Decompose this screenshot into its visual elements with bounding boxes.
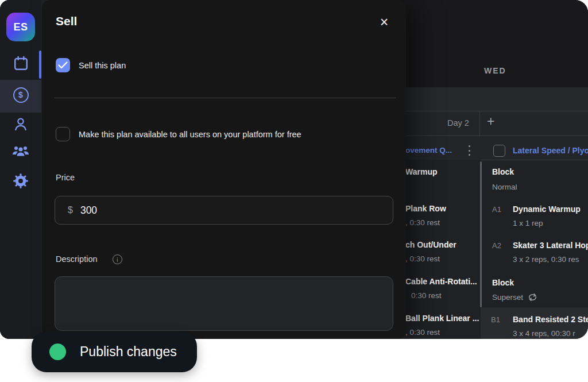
exercise-detail: 0:30 rest [411,291,477,300]
exercise-tag: B1 [491,315,500,324]
block-label: Warmup [405,167,437,176]
weekday-label: WED [484,66,506,75]
exercise-detail: , 0:30 rest [405,328,479,337]
block-type: Superset [492,293,537,302]
exercise-name: Band Resisted 2 Step [513,315,588,324]
workout-checkbox[interactable] [493,145,505,157]
day-tab[interactable]: Day 2 [447,118,469,128]
exercise-detail: , 0:30 rest [405,254,457,263]
exercise-row[interactable]: Cable Anti-Rotati... 0:30 rest [405,277,477,300]
sell-this-plan-checkbox[interactable] [56,58,70,72]
exercise-name: ch Out/Under [405,240,457,249]
checkmark-icon [58,61,68,69]
sidebar-item-billing[interactable]: $ [0,81,41,109]
workout-header-divider [481,160,588,160]
calendar-icon [13,55,29,74]
exercise-row[interactable]: Dynamic Warmup 1 x 1 rep [513,204,581,227]
status-dot-icon [49,344,66,360]
exercise-row[interactable]: Band Resisted 2 Step 3 x 4 reps, 00:30 r [513,315,588,338]
sell-modal: Sell × Sell this plan Make this plan ava… [42,0,406,339]
person-icon [13,116,29,134]
exercise-detail: 3 x 4 reps, 00:30 r [513,329,588,338]
block-type-label: Superset [492,293,523,302]
page-background: WED Day 2 + ovement Q... Warmup Plank Ro… [0,0,588,382]
exercise-row[interactable]: ch Out/Under , 0:30 rest [405,240,457,263]
close-icon[interactable]: × [374,11,394,32]
sidebar-item-profile[interactable] [0,111,41,139]
superset-cycle-icon [528,293,537,302]
block-label: Block [492,167,514,176]
exercise-name: Plank Row [405,204,446,213]
workout-title-left[interactable]: ovement Q... [405,146,452,155]
exercise-name: Dynamic Warmup [513,204,581,214]
price-field[interactable]: $ [55,196,393,225]
block-label: Block [492,278,514,287]
currency-symbol: $ [68,205,73,215]
exercise-tag: A2 [492,241,501,250]
avatar[interactable]: ES [6,13,35,41]
add-day-button[interactable]: + [487,114,494,129]
publish-changes-label: Publish changes [80,344,177,360]
sidebar: ES $ [0,0,41,339]
dollar-circle-icon: $ [13,87,29,103]
workout-title-right[interactable]: Lateral Speed / Plyo [513,146,588,155]
exercise-detail: 3 x 2 reps, 0:30 res [513,255,588,264]
free-plan-checkbox[interactable] [56,127,70,141]
people-icon [11,143,30,161]
sell-this-plan-label: Sell this plan [79,61,126,70]
day-tab-divider [479,111,480,136]
free-plan-label: Make this plan available to all users on… [79,130,301,139]
exercise-row[interactable]: Skater 3 Lateral Hop 3 x 2 reps, 0:30 re… [513,241,588,264]
app-window: WED Day 2 + ovement Q... Warmup Plank Ro… [0,0,588,339]
exercise-detail: 1 x 1 rep [513,219,581,227]
price-label: Price [56,173,75,182]
exercise-tag: A1 [492,205,501,214]
gear-icon [13,173,29,191]
column-scrollbar[interactable] [480,161,482,307]
exercise-name: Ball Plank Linear ... [405,314,479,323]
exercise-name: Cable Anti-Rotati... [405,277,477,286]
publish-changes-button[interactable]: Publish changes [32,331,197,372]
price-input[interactable] [80,204,356,217]
exercise-detail: , 0:30 rest [405,218,446,227]
kebab-menu-icon[interactable] [465,145,473,156]
sidebar-item-settings[interactable] [0,168,41,196]
sidebar-item-clients[interactable] [0,138,41,166]
exercise-row[interactable]: Plank Row , 0:30 rest [405,204,446,227]
info-icon[interactable]: i [113,254,122,264]
exercise-name: Skater 3 Lateral Hop [513,241,588,250]
modal-title: Sell [56,14,77,28]
exercise-row[interactable]: Ball Plank Linear ... , 0:30 rest [405,314,479,337]
description-label: Description [56,254,98,264]
sidebar-item-calendar[interactable] [0,51,41,78]
description-textarea[interactable] [55,276,393,331]
block-type: Normal [492,183,517,191]
modal-divider [55,98,396,98]
